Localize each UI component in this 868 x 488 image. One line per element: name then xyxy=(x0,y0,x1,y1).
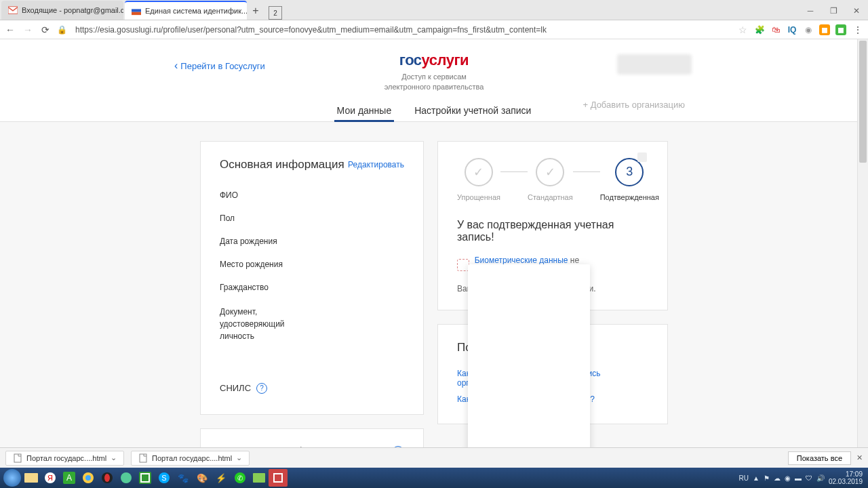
window-controls: ─ ❐ ✕ xyxy=(799,2,868,20)
download-item[interactable]: Портал государс....html ⌄ xyxy=(131,451,250,466)
tab-account-settings[interactable]: Настройки учетной записи xyxy=(413,100,532,121)
check-icon: ✓ xyxy=(545,165,555,180)
field-citizenship: Гражданство xyxy=(220,276,404,299)
download-item[interactable]: Портал государс....html ⌄ xyxy=(5,451,124,466)
start-button[interactable] xyxy=(3,469,22,487)
show-all-downloads-button[interactable]: Показать все xyxy=(788,451,851,465)
svg-point-15 xyxy=(121,472,132,483)
field-pob: Место рождения xyxy=(220,253,404,276)
svg-rect-2 xyxy=(132,9,141,12)
site-logo[interactable]: госуслуги xyxy=(0,52,868,69)
chevron-down-icon[interactable]: ⌄ xyxy=(236,453,242,462)
svg-point-14 xyxy=(104,474,110,482)
tray-icon[interactable]: ◉ xyxy=(785,474,791,482)
gmail-icon xyxy=(8,5,18,15)
file-icon xyxy=(138,453,148,463)
svg-rect-0 xyxy=(8,7,18,14)
svg-rect-22 xyxy=(253,473,265,483)
svg-rect-1 xyxy=(132,6,141,9)
opera-icon[interactable] xyxy=(98,469,117,487)
tab-label: Единая система идентифик... xyxy=(145,7,247,15)
contact-info-card: Контактная информация ⌃ xyxy=(200,428,424,447)
svg-text:✆: ✆ xyxy=(237,474,243,482)
reload-button[interactable]: ⟳ xyxy=(39,24,52,35)
step-standard: ✓ Стандартная xyxy=(528,158,573,201)
field-gender: Пол xyxy=(220,207,404,230)
biometric-link[interactable]: Биометрические данные xyxy=(475,256,568,265)
app-icon[interactable] xyxy=(269,469,288,487)
back-button[interactable]: ← xyxy=(4,24,16,35)
extension-icon[interactable]: 🛍 xyxy=(770,24,781,35)
close-icon[interactable]: ✕ xyxy=(856,453,863,462)
check-icon: ✓ xyxy=(473,165,484,180)
svg-rect-3 xyxy=(132,12,141,15)
chrome-icon[interactable] xyxy=(79,469,98,487)
redacted-overlay xyxy=(468,264,590,447)
user-badge[interactable] xyxy=(617,54,692,75)
card-title: Основная информация xyxy=(220,158,344,171)
tab-label: Входящие - popnatgr@gmail.c xyxy=(22,6,123,14)
extension-icon[interactable]: IQ xyxy=(787,24,797,35)
forward-button[interactable]: → xyxy=(22,24,34,35)
star-icon[interactable]: ☆ xyxy=(736,24,749,35)
app-icon[interactable] xyxy=(136,469,155,487)
app-icon[interactable] xyxy=(250,469,269,487)
profile-nav: Мои данные Настройки учетной записи + До… xyxy=(0,100,868,122)
browser-tab-strip: Входящие - popnatgr@gmail.c Единая систе… xyxy=(0,0,868,20)
system-tray: RU ▲ ⚑ ☁ ◉ ▬ 🛡 🔊 17:09 02.03.2019 xyxy=(739,470,865,485)
app-icon[interactable]: 🐾 xyxy=(174,469,193,487)
site-header: Перейти в Госуслуги госуслуги Доступ к с… xyxy=(0,39,868,100)
back-to-gosuslugi-link[interactable]: Перейти в Госуслуги xyxy=(174,60,265,72)
volume-icon[interactable]: 🔊 xyxy=(816,474,825,482)
add-organization-link[interactable]: + Добавить организацию xyxy=(583,100,685,110)
whatsapp-icon[interactable]: ✆ xyxy=(231,469,250,487)
ru-flag-icon xyxy=(132,6,141,16)
tray-icon[interactable]: 🛡 xyxy=(806,474,812,482)
step-confirmed: 3 Подтвержденная xyxy=(600,158,659,201)
paint-icon[interactable]: 🎨 xyxy=(193,469,212,487)
svg-text:Я: Я xyxy=(47,474,53,482)
skype-icon[interactable]: S xyxy=(155,469,174,487)
tab-list-button[interactable]: 2 xyxy=(269,6,282,20)
browser-tab-esia[interactable]: Единая система идентифик... × xyxy=(125,1,247,20)
help-icon[interactable]: ? xyxy=(256,383,267,394)
scrollbar[interactable] xyxy=(857,39,868,447)
maximize-button[interactable]: ❐ xyxy=(822,2,845,20)
lang-indicator[interactable]: RU xyxy=(739,474,749,482)
app-icon[interactable]: A xyxy=(60,469,79,487)
step-simplified: ✓ Упрощенная xyxy=(457,158,500,201)
file-icon xyxy=(13,453,22,463)
extension-icon[interactable]: 🧩 xyxy=(754,24,765,35)
tray-icon[interactable]: ☁ xyxy=(774,474,781,482)
tray-icon[interactable]: ▲ xyxy=(753,474,760,482)
main-info-card: Основная информация Редактировать ФИО По… xyxy=(200,141,424,415)
close-window-button[interactable]: ✕ xyxy=(845,2,868,20)
menu-icon[interactable]: ⋮ xyxy=(852,24,864,35)
edit-link[interactable]: Редактировать xyxy=(348,160,404,169)
extension-icon[interactable]: ◉ xyxy=(803,24,814,35)
chevron-down-icon[interactable]: ⌄ xyxy=(111,453,117,462)
extension-icon[interactable]: ◼ xyxy=(819,24,830,35)
explorer-icon[interactable] xyxy=(22,469,41,487)
yandex-icon[interactable]: Я xyxy=(41,469,60,487)
page-viewport: Перейти в Госуслуги госуслуги Доступ к с… xyxy=(0,39,868,447)
svg-text:A: A xyxy=(66,473,72,483)
svg-text:S: S xyxy=(161,474,166,482)
extension-icon[interactable]: ◼ xyxy=(835,24,846,35)
badge-icon xyxy=(637,152,647,162)
site-subtitle: Доступ к сервисамэлектронного правительс… xyxy=(0,72,868,93)
app-icon[interactable] xyxy=(117,469,136,487)
tray-icon[interactable]: ⚑ xyxy=(764,474,770,482)
new-tab-button[interactable]: + xyxy=(247,2,264,20)
scrollbar-thumb[interactable] xyxy=(859,41,867,163)
downloads-shelf: Портал государс....html ⌄ Портал государ… xyxy=(0,447,868,468)
app-icon[interactable]: ⚡ xyxy=(212,469,231,487)
svg-rect-4 xyxy=(14,454,21,462)
tray-icon[interactable]: ▬ xyxy=(795,474,802,482)
tab-my-data[interactable]: Мои данные xyxy=(336,100,393,121)
lock-icon: 🔒 xyxy=(57,25,67,35)
clock[interactable]: 17:09 02.03.2019 xyxy=(829,470,865,485)
browser-tab-gmail[interactable]: Входящие - popnatgr@gmail.c xyxy=(1,1,123,20)
address-bar[interactable]: https://esia.gosuslugi.ru/profile/user/p… xyxy=(73,24,731,36)
minimize-button[interactable]: ─ xyxy=(799,2,822,20)
